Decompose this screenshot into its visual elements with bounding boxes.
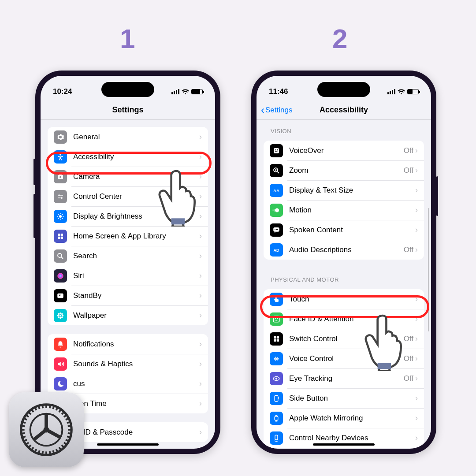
accessibility-content[interactable]: VISION VoiceOverOff›ZoomOff›AADisplay & … [257,120,431,449]
svg-rect-51 [275,420,278,421]
svg-line-70 [29,445,31,448]
chevron-right-icon: › [199,212,202,221]
chevron-right-icon: › [415,225,418,234]
settings-row-display-text-size[interactable]: AADisplay & Text Size› [264,180,424,200]
settings-row-wallpaper[interactable]: Wallpaper› [48,305,208,325]
svg-line-83 [38,406,39,409]
svg-line-74 [22,433,25,434]
settings-row-general[interactable]: General› [48,127,208,147]
back-label: Settings [265,106,292,115]
settings-row-switch-control[interactable]: Switch ControlOff› [264,329,424,349]
svg-line-94 [68,426,71,426]
settings-row-search[interactable]: Search› [48,246,208,266]
settings-row-zoom[interactable]: ZoomOff› [264,160,424,180]
watch-icon [270,412,283,425]
home-indicator[interactable] [97,443,159,446]
settings-row-control-center[interactable]: Control Center› [48,186,208,206]
settings-row-audio-descriptions[interactable]: ADAudio DescriptionsOff› [264,240,424,260]
svg-rect-5 [58,197,61,198]
settings-row-notifications[interactable]: Notifications› [48,334,208,354]
svg-point-15 [60,312,61,314]
svg-rect-28 [275,149,276,150]
svg-line-77 [22,422,26,423]
row-label: Home Screen & App Library [73,232,199,241]
voice-icon [270,144,283,157]
settings-row-accessibility[interactable]: Accessibility› [48,147,208,167]
row-value: Off [404,335,413,343]
row-label: Audio Descriptions [289,245,404,254]
svg-point-16 [60,317,61,319]
svg-line-79 [26,415,29,417]
dynamic-island [101,82,154,97]
chevron-right-icon: › [415,394,418,403]
chevron-left-icon: ‹ [261,105,264,115]
settings-row-home-screen-app-library[interactable]: Home Screen & App Library› [48,226,208,246]
settings-row-face-id-attention[interactable]: Face ID & Attention› [264,309,424,329]
chevron-right-icon: › [415,205,418,215]
status-time: 11:46 [269,87,288,96]
settings-row-voice-control[interactable]: Voice ControlOff› [264,349,424,368]
svg-point-22 [61,316,63,318]
settings-row-voiceover[interactable]: VoiceOverOff› [264,141,424,160]
zoom-icon [270,164,283,177]
settings-row-touch[interactable]: Touch› [264,289,424,309]
svg-rect-42 [277,336,279,338]
camera-icon [54,170,67,183]
settings-row-display-brightness[interactable]: Display & Brightness› [48,206,208,226]
svg-point-46 [275,377,278,379]
svg-line-56 [68,433,71,434]
phone-frame-2: 11:46 ‹ Settings Accessibility VISION Vo… [251,71,436,454]
clock-icon [54,289,67,302]
svg-rect-38 [273,316,279,322]
chevron-right-icon: › [415,413,418,423]
svg-point-12 [57,273,63,279]
svg-rect-48 [279,397,279,399]
chevron-right-icon: › [415,294,418,304]
row-label: Search [73,252,199,260]
row-value: Off [404,146,413,155]
search-icon [54,249,67,263]
row-label: Voice Control [289,354,404,363]
svg-line-89 [59,409,61,412]
chevron-right-icon: › [199,152,202,161]
settings-row-motion[interactable]: Motion› [264,200,424,220]
settings-row-standby[interactable]: StandBy› [48,286,208,305]
settings-row-eye-tracking[interactable]: Eye TrackingOff› [264,368,424,388]
cellular-icon [387,89,395,94]
svg-point-40 [277,318,278,319]
settings-row-focus[interactable]: cus› [48,374,208,394]
eye-icon [270,372,283,385]
back-button[interactable]: ‹ Settings [261,100,292,119]
svg-line-76 [22,426,25,426]
nav-bar: ‹ Settings Accessibility [257,100,431,120]
access-icon [54,150,67,164]
step-number-1: 1 [120,23,135,54]
settings-row-side-button[interactable]: Side Button› [264,388,424,408]
svg-rect-9 [58,236,60,238]
settings-row-apple-watch-mirroring[interactable]: Apple Watch Mirroring› [264,408,424,428]
svg-rect-7 [58,234,60,236]
svg-line-61 [59,447,61,450]
wifi-icon [398,89,405,95]
settings-row-siri[interactable]: Siri› [48,266,208,286]
settings-row-spoken-content[interactable]: Spoken Content› [264,220,424,240]
row-label: Display & Brightness [73,212,199,221]
chevron-right-icon: › [199,359,202,368]
gear-icon [54,130,67,144]
settings-row-sounds-haptics[interactable]: Sounds & Haptics› [48,354,208,374]
svg-line-63 [53,450,54,454]
chevron-right-icon: › [415,186,418,195]
row-label: Accessibility [73,152,199,161]
svg-point-1 [59,176,61,178]
row-label: Display & Text Size [289,186,415,195]
row-label: Sounds & Haptics [73,360,199,368]
speaker-icon [54,357,67,371]
row-label: Apple Watch Mirroring [289,414,415,423]
row-label: Control Center [73,192,199,201]
svg-rect-52 [275,435,278,440]
home-indicator[interactable] [313,443,375,446]
chevron-right-icon: › [415,146,418,155]
settings-row-camera[interactable]: Camera› [48,167,208,186]
svg-point-4 [61,197,63,199]
svg-point-96 [44,427,49,433]
